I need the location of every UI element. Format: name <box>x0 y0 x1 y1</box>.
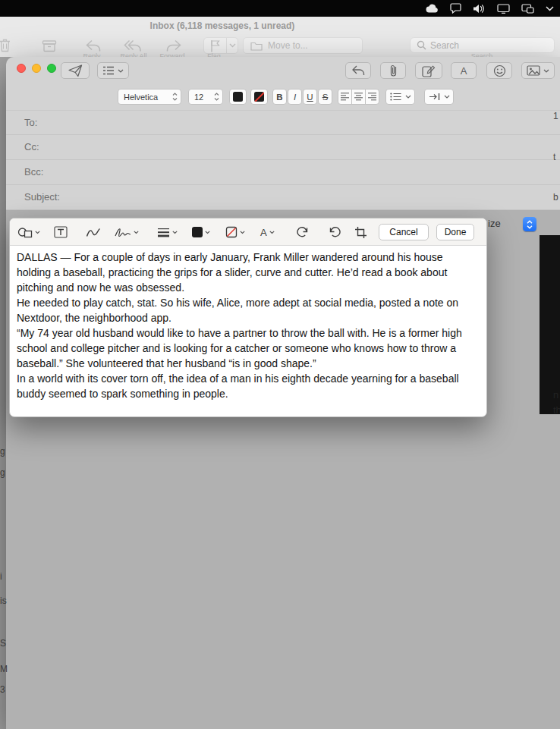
article-paragraph: “My 74 year old husband would like to ha… <box>17 325 480 371</box>
cc-label: Cc: <box>24 135 39 159</box>
bullet-list-icon <box>390 93 401 101</box>
chevron-down-icon <box>118 69 124 73</box>
markup-panel: A Cancel Done DALLAS — For a couple of d… <box>9 218 487 417</box>
menu-bar-status-icons <box>426 0 554 17</box>
rotate-left-button[interactable] <box>297 224 310 240</box>
chevron-down-icon <box>172 231 178 234</box>
cancel-button[interactable]: Cancel <box>379 224 429 240</box>
chevron-down-icon <box>444 95 450 99</box>
subject-field[interactable]: Subject: <box>6 185 560 210</box>
clipped-text-fragment: n <box>553 389 558 401</box>
align-center-button[interactable] <box>351 89 366 105</box>
minimize-button[interactable] <box>32 64 41 73</box>
compose-pencil-icon <box>422 64 436 77</box>
text-color-well[interactable] <box>229 89 247 105</box>
clipped-text-fragment: M <box>0 664 8 674</box>
chevron-down-icon[interactable] <box>546 6 554 11</box>
format-a-label: A <box>461 65 467 77</box>
chevron-down-icon <box>269 231 275 234</box>
cc-field[interactable]: Cc: <box>6 135 560 160</box>
screen-mirroring-icon[interactable] <box>521 4 534 14</box>
folder-icon <box>250 41 263 51</box>
reply-icon[interactable] <box>83 37 103 54</box>
search-input[interactable]: Search <box>410 37 555 53</box>
sketch-pen-icon <box>86 227 101 237</box>
strikethrough-button[interactable]: S <box>318 89 332 105</box>
zoom-button[interactable] <box>47 64 56 73</box>
main-toolbar: Move to... Search Reply Reply All Forwar… <box>0 34 560 57</box>
to-label: To: <box>24 111 37 135</box>
search-icon <box>417 40 426 50</box>
black-color-swatch <box>233 92 243 102</box>
shapes-button[interactable] <box>17 224 40 240</box>
chevron-down-icon <box>405 95 411 99</box>
italic-button[interactable]: I <box>288 89 302 105</box>
chevron-down-icon <box>543 69 549 73</box>
text-style-button[interactable]: A <box>260 224 275 240</box>
rotate-right-icon <box>327 226 341 238</box>
clipped-text-fragment: i <box>0 571 2 582</box>
reply-arrow-button[interactable] <box>345 62 371 79</box>
move-to-button[interactable]: Move to... <box>243 37 363 54</box>
indent-button[interactable] <box>424 89 454 105</box>
cloud-icon[interactable] <box>426 4 439 13</box>
article-paragraph: He needed to play catch, stat. So his wi… <box>17 295 480 325</box>
clipped-text-fragment: b <box>553 192 558 203</box>
close-button[interactable] <box>17 64 26 73</box>
article-paragraph: DALLAS — For a couple of days in early J… <box>17 250 480 295</box>
align-right-button[interactable] <box>365 89 379 105</box>
bcc-field[interactable]: Bcc: <box>6 160 560 185</box>
markup-toolbar: A Cancel Done <box>10 218 486 246</box>
indent-icon <box>429 93 440 101</box>
border-color-button[interactable] <box>192 224 210 240</box>
font-family-select[interactable]: Helvetica <box>118 89 181 105</box>
stepper-icon <box>214 92 219 102</box>
shapes-icon <box>17 226 33 238</box>
flag-button[interactable] <box>203 37 238 54</box>
bcc-label: Bcc: <box>24 160 43 184</box>
signature-button[interactable] <box>115 224 139 240</box>
display-icon[interactable] <box>497 4 510 14</box>
reply-all-icon[interactable] <box>123 37 143 54</box>
archive-icon[interactable] <box>39 37 59 54</box>
highlight-color-well[interactable] <box>250 89 268 105</box>
done-button[interactable]: Done <box>436 224 474 240</box>
crop-button[interactable] <box>354 224 367 240</box>
underline-button[interactable]: U <box>303 89 317 105</box>
compose-note-button[interactable] <box>415 62 442 79</box>
delete-icon[interactable] <box>0 37 14 54</box>
send-button[interactable] <box>61 62 90 79</box>
clipped-text-fragment: t <box>553 152 555 162</box>
photo-browser-button[interactable] <box>521 62 555 79</box>
stepper-icon <box>172 92 178 102</box>
text-box-button[interactable] <box>54 224 68 240</box>
smiley-icon <box>493 64 506 77</box>
rotate-right-button[interactable] <box>327 224 341 240</box>
fill-color-button[interactable] <box>225 224 245 240</box>
volume-icon[interactable] <box>473 4 486 14</box>
attach-button[interactable] <box>380 62 406 79</box>
chat-icon[interactable] <box>450 3 461 14</box>
flag-chevron-icon[interactable] <box>226 38 238 53</box>
underline-label: U <box>307 93 313 102</box>
line-weight-button[interactable] <box>157 224 178 240</box>
emoji-button[interactable] <box>486 62 512 79</box>
forward-icon[interactable] <box>164 37 184 54</box>
markup-canvas[interactable]: DALLAS — For a couple of days in early J… <box>10 246 486 417</box>
search-placeholder: Search <box>430 40 459 51</box>
window-title: Inbox (6,118 messages, 1 unread) <box>150 20 295 31</box>
title-bar: Inbox (6,118 messages, 1 unread) <box>0 17 560 34</box>
to-field[interactable]: To: <box>6 110 560 135</box>
format-button[interactable]: A <box>451 62 477 79</box>
image-size-stepper[interactable] <box>523 217 536 231</box>
chevron-down-icon <box>35 231 40 234</box>
align-left-button[interactable] <box>338 89 352 105</box>
font-size-select[interactable]: 12 <box>188 89 223 105</box>
header-fields-button[interactable] <box>97 62 129 79</box>
paper-plane-icon <box>68 64 83 77</box>
chevron-down-icon <box>134 231 139 234</box>
chevron-down-icon <box>205 231 210 234</box>
list-style-button[interactable] <box>385 89 415 105</box>
sketch-pen-button[interactable] <box>86 224 101 240</box>
bold-button[interactable]: B <box>272 89 287 105</box>
